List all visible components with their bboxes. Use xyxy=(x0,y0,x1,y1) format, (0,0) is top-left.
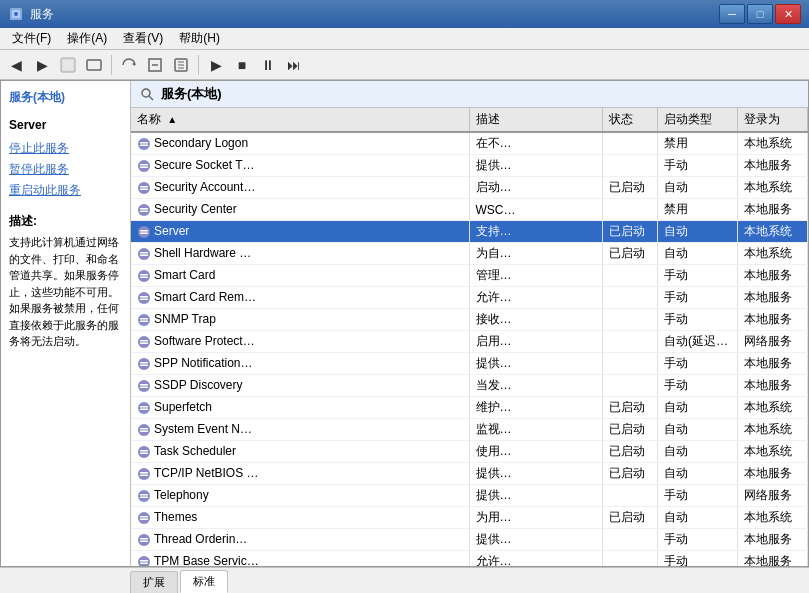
left-panel-title[interactable]: 服务(本地) xyxy=(9,89,122,106)
svg-rect-73 xyxy=(140,560,148,562)
play-button[interactable]: ▶ xyxy=(204,53,228,77)
table-row[interactable]: Security CenterWSC…禁用本地服务 xyxy=(131,199,808,221)
table-row[interactable]: Software Protect…启用…自动(延迟…网络服务 xyxy=(131,331,808,353)
svg-point-42 xyxy=(138,336,150,348)
table-row[interactable]: Secure Socket T…提供…手动本地服务 xyxy=(131,155,808,177)
service-name: Security Center xyxy=(154,202,237,216)
service-icon xyxy=(137,137,151,151)
forward-button[interactable]: ▶ xyxy=(30,53,54,77)
svg-rect-53 xyxy=(140,408,148,410)
svg-point-27 xyxy=(138,226,150,238)
maximize-button[interactable]: □ xyxy=(747,4,773,24)
table-row[interactable]: SNMP Trap接收…手动本地服务 xyxy=(131,309,808,331)
up-button[interactable] xyxy=(56,53,80,77)
table-row[interactable]: Superfetch维护…已启动自动本地系统 xyxy=(131,397,808,419)
col-name[interactable]: 名称 ▲ xyxy=(131,108,469,132)
service-startup: 手动 xyxy=(658,287,738,309)
svg-rect-56 xyxy=(140,430,148,432)
table-row[interactable]: Shell Hardware …为自…已启动自动本地系统 xyxy=(131,243,808,265)
service-logon: 本地服务 xyxy=(738,265,808,287)
service-status: 已启动 xyxy=(603,243,658,265)
col-logon[interactable]: 登录为 xyxy=(738,108,808,132)
service-status: 已启动 xyxy=(603,507,658,529)
svg-rect-46 xyxy=(140,362,148,364)
svg-rect-20 xyxy=(140,166,148,168)
service-startup: 手动 xyxy=(658,265,738,287)
stop-button[interactable]: ■ xyxy=(230,53,254,77)
restart-service-link[interactable]: 重启动此服务 xyxy=(9,182,122,199)
svg-point-54 xyxy=(138,424,150,436)
tab-expand[interactable]: 扩展 xyxy=(130,571,178,593)
service-desc: 为自… xyxy=(469,243,603,265)
show-hide-button[interactable] xyxy=(82,53,106,77)
table-row[interactable]: System Event N…监视…已启动自动本地系统 xyxy=(131,419,808,441)
service-desc: 监视… xyxy=(469,419,603,441)
service-startup: 手动 xyxy=(658,485,738,507)
service-desc: 维护… xyxy=(469,397,603,419)
svg-point-24 xyxy=(138,204,150,216)
table-row[interactable]: Telephony提供…手动网络服务 xyxy=(131,485,808,507)
menu-help[interactable]: 帮助(H) xyxy=(171,28,228,49)
table-row[interactable]: SSDP Discovery当发…手动本地服务 xyxy=(131,375,808,397)
service-icon xyxy=(137,445,151,459)
menu-file[interactable]: 文件(F) xyxy=(4,28,59,49)
service-logon: 本地服务 xyxy=(738,155,808,177)
table-row[interactable]: TCP/IP NetBIOS …提供…已启动自动本地服务 xyxy=(131,463,808,485)
properties-button[interactable] xyxy=(169,53,193,77)
service-name: Task Scheduler xyxy=(154,444,236,458)
svg-point-21 xyxy=(138,182,150,194)
service-icon xyxy=(137,401,151,415)
service-desc: 允许… xyxy=(469,287,603,309)
table-row[interactable]: SPP Notification…提供…手动本地服务 xyxy=(131,353,808,375)
tab-standard[interactable]: 标准 xyxy=(180,570,228,593)
service-name: Secure Socket T… xyxy=(154,158,255,172)
table-row[interactable]: Security Account…启动…已启动自动本地系统 xyxy=(131,177,808,199)
table-row[interactable]: TPM Base Servic…允许…手动本地服务 xyxy=(131,551,808,567)
svg-rect-25 xyxy=(140,208,148,210)
table-row[interactable]: Secondary Logon在不…禁用本地系统 xyxy=(131,132,808,155)
service-desc: 管理… xyxy=(469,265,603,287)
table-row[interactable]: Smart Card管理…手动本地服务 xyxy=(131,265,808,287)
menu-view[interactable]: 查看(V) xyxy=(115,28,171,49)
svg-rect-35 xyxy=(140,276,148,278)
toolbar-sep-1 xyxy=(111,55,112,75)
service-startup: 手动 xyxy=(658,309,738,331)
service-desc: 在不… xyxy=(469,132,603,155)
table-row[interactable]: Task Scheduler使用…已启动自动本地系统 xyxy=(131,441,808,463)
export-button[interactable] xyxy=(143,53,167,77)
service-logon: 本地服务 xyxy=(738,199,808,221)
search-icon xyxy=(139,86,155,102)
svg-rect-52 xyxy=(140,406,148,408)
svg-point-69 xyxy=(138,534,150,546)
back-button[interactable]: ◀ xyxy=(4,53,28,77)
menu-action[interactable]: 操作(A) xyxy=(59,28,115,49)
restart-button[interactable]: ⏭ xyxy=(282,53,306,77)
service-desc: 当发… xyxy=(469,375,603,397)
close-button[interactable]: ✕ xyxy=(775,4,801,24)
minimize-button[interactable]: ─ xyxy=(719,4,745,24)
service-icon xyxy=(137,357,151,371)
col-startup[interactable]: 启动类型 xyxy=(658,108,738,132)
svg-point-63 xyxy=(138,490,150,502)
pause-button[interactable]: ⏸ xyxy=(256,53,280,77)
service-desc: 提供… xyxy=(469,485,603,507)
table-row[interactable]: Themes为用…已启动自动本地系统 xyxy=(131,507,808,529)
col-desc[interactable]: 描述 xyxy=(469,108,603,132)
service-logon: 本地服务 xyxy=(738,529,808,551)
pause-service-link[interactable]: 暂停此服务 xyxy=(9,161,122,178)
service-name: Themes xyxy=(154,510,197,524)
table-row[interactable]: Smart Card Rem…允许…手动本地服务 xyxy=(131,287,808,309)
svg-point-66 xyxy=(138,512,150,524)
service-logon: 本地服务 xyxy=(738,287,808,309)
stop-service-link[interactable]: 停止此服务 xyxy=(9,140,122,157)
service-desc: 接收… xyxy=(469,309,603,331)
svg-rect-65 xyxy=(140,496,148,498)
service-startup: 手动 xyxy=(658,375,738,397)
col-status[interactable]: 状态 xyxy=(603,108,658,132)
service-startup: 手动 xyxy=(658,551,738,567)
table-row[interactable]: Server支持…已启动自动本地系统 xyxy=(131,221,808,243)
services-table[interactable]: 名称 ▲ 描述 状态 启动类型 登录为 Secondary Logon在不…禁用… xyxy=(131,108,808,566)
service-status xyxy=(603,287,658,309)
refresh-button[interactable] xyxy=(117,53,141,77)
table-row[interactable]: Thread Orderin…提供…手动本地服务 xyxy=(131,529,808,551)
